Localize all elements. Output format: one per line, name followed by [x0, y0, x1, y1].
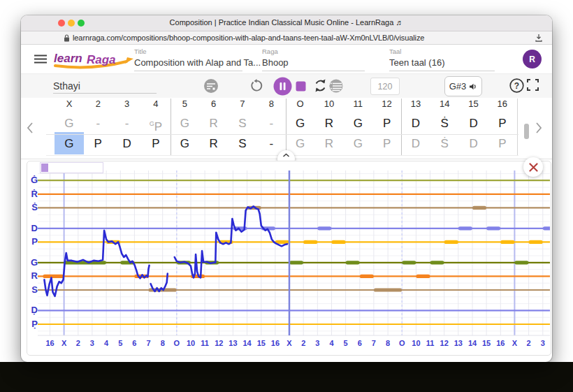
title-field-value[interactable]: Composition with Alap and Ta... [134, 57, 242, 68]
taal-field-underline [389, 71, 495, 71]
vibhag-divider [286, 99, 286, 156]
notation-cell[interactable]: R [314, 134, 343, 154]
raga-field-underline [262, 71, 365, 71]
notation-cell[interactable]: GP [141, 114, 170, 133]
notation-cell[interactable]: D [113, 134, 141, 154]
tonic-button[interactable]: G#3 [444, 76, 482, 96]
beat-header: 3 [113, 99, 141, 111]
menu-icon[interactable] [34, 55, 47, 64]
playback-progress-fill [41, 164, 48, 172]
notation-cell[interactable]: G [171, 114, 199, 133]
learnraga-logo[interactable]: learn Raga [52, 48, 136, 71]
notation-grid: X2345678O10111213141516G--GPGRS-GRGPDṠDP… [21, 98, 552, 159]
taal-field[interactable]: Taal Teen taal (16) [389, 48, 495, 71]
vibhag-divider [517, 99, 518, 156]
beat-header: 11 [344, 99, 372, 111]
notation-cell[interactable]: G [286, 114, 314, 133]
row-separator [46, 134, 518, 135]
notation-cell[interactable]: Ṡ [430, 114, 459, 133]
beat-header: 15 [459, 99, 488, 111]
notation-cell[interactable]: R [199, 114, 228, 133]
section-select-underline [53, 93, 157, 94]
beat-header: 10 [314, 99, 343, 111]
beat-header: X [55, 99, 83, 111]
notation-cell[interactable]: - [257, 114, 286, 133]
tonic-label: G#3 [449, 81, 467, 92]
notation-cell[interactable]: P [141, 134, 170, 154]
scroll-right-chevron[interactable] [535, 122, 542, 134]
beat-header: 6 [199, 99, 228, 111]
notation-scrollbar[interactable] [524, 124, 529, 139]
notation-cell[interactable]: D [401, 114, 430, 133]
beat-header: O [286, 99, 314, 111]
playback-toolbar: Sthayi [21, 73, 552, 99]
raga-field[interactable]: Raga Bhoop [262, 48, 365, 71]
app-header: learn Raga Title Composition with Alap a… [21, 45, 552, 73]
beat-header: 2 [84, 99, 113, 111]
notation-cell[interactable]: P [84, 134, 113, 154]
beat-header: 12 [372, 99, 401, 111]
notation-cell[interactable]: R [199, 134, 228, 154]
notation-cell[interactable]: G [344, 114, 372, 133]
notation-cell[interactable]: P [488, 114, 516, 133]
notation-cell[interactable]: G [171, 134, 199, 154]
browser-titlebar: Composition | Practice Indian Classical … [21, 15, 552, 31]
url-text[interactable]: learnraga.com/compositions/bhoop-composi… [73, 34, 424, 42]
drone-icon[interactable] [328, 78, 343, 94]
taal-field-label: Taal [389, 48, 495, 55]
download-icon[interactable] [535, 34, 543, 43]
close-icon [529, 163, 538, 172]
raga-field-value[interactable]: Bhoop [262, 57, 365, 68]
window-title: Composition | Practice Indian Classical … [21, 18, 552, 27]
vibhag-divider [171, 99, 171, 156]
tempo-input[interactable]: 120 [370, 78, 400, 95]
help-icon[interactable]: ? [509, 78, 524, 93]
notation-cell[interactable]: S [228, 134, 256, 154]
notation-cell[interactable]: P [488, 134, 516, 154]
speaker-icon [469, 82, 477, 91]
screen: Composition | Practice Indian Classical … [0, 0, 573, 392]
notation-cell[interactable]: G [55, 114, 83, 133]
desktop-background [0, 362, 573, 392]
pitch-chart-panel [27, 161, 551, 356]
fullscreen-icon[interactable] [527, 79, 539, 91]
title-field-label: Title [134, 48, 242, 55]
beat-header: 7 [228, 99, 256, 111]
notation-cell[interactable]: Ṡ [430, 134, 459, 154]
pause-button[interactable] [273, 77, 292, 96]
vibhag-divider [401, 99, 402, 156]
svg-text:?: ? [514, 81, 519, 91]
notation-cell[interactable]: S [228, 114, 256, 133]
notation-cell[interactable]: G [344, 134, 372, 154]
loop-icon[interactable] [313, 78, 328, 93]
notation-cell[interactable]: R [314, 114, 343, 133]
title-field[interactable]: Title Composition with Alap and Ta... [134, 48, 242, 71]
beat-header: 5 [171, 99, 199, 111]
notation-cell[interactable]: - [113, 114, 141, 133]
close-visualizer-button[interactable] [523, 157, 543, 177]
taal-field-value[interactable]: Teen taal (16) [389, 57, 495, 68]
reset-icon[interactable] [249, 79, 263, 93]
logo-text-learn: learn [54, 52, 82, 65]
beat-header: 13 [401, 99, 430, 111]
stop-button[interactable] [296, 81, 306, 92]
beat-header: 8 [257, 99, 286, 111]
title-field-underline [134, 71, 242, 71]
browser-window: Composition | Practice Indian Classical … [21, 15, 552, 362]
taal-pattern-icon[interactable] [203, 78, 219, 94]
browser-urlbar: learnraga.com/compositions/bhoop-composi… [21, 31, 552, 45]
notation-cell[interactable]: P [372, 114, 401, 133]
notation-cell[interactable]: G [55, 134, 83, 154]
playback-progress-bar[interactable] [40, 162, 103, 173]
notation-cell[interactable]: - [84, 114, 113, 133]
user-avatar[interactable]: R [523, 50, 542, 68]
beat-header: 16 [488, 99, 516, 111]
notation-cell[interactable]: P [372, 134, 401, 154]
section-select[interactable]: Sthayi [53, 80, 80, 92]
notation-cell[interactable]: D [401, 134, 430, 154]
scroll-left-chevron[interactable] [27, 122, 34, 134]
notation-cell[interactable]: D [459, 134, 488, 154]
notation-cell[interactable]: D [459, 114, 488, 133]
beat-header: 4 [141, 99, 170, 111]
logo-text-raga: Raga [87, 53, 116, 66]
